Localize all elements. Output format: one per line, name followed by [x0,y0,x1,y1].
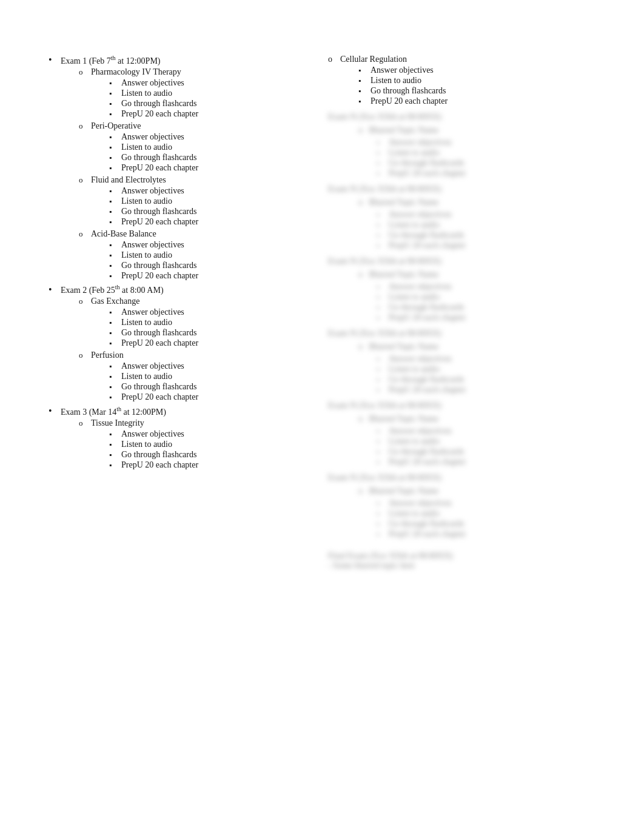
topic-item-2-0: Tissue IntegrityAnswer objectivesListen … [79,418,310,470]
right-blurred-task-2-3: PrepU 20 each chapter [377,241,595,250]
exam-item-1: Exam 2 (Feb 25th at 8:00 AM)Gas Exchange… [49,284,310,403]
right-blurred-task-6-0: Answer objectives [377,498,595,508]
right-blurred-exam-1: Exam N (Xxx XXth at 00:00XX) [328,112,595,122]
task-label-0-2-2: Go through flashcards [121,207,196,216]
task-item-1-0-3: PrepU 20 each chapter [109,338,310,348]
task-label-0-1-3: PrepU 20 each chapter [121,163,198,172]
task-label-0-3-1: Listen to audio [121,250,172,260]
task-label-1-0-2: Go through flashcards [121,328,196,337]
right-blurred-task-label-6-2: Go through flashcards [389,519,464,528]
right-blurred-task-3-1: Listen to audio [377,292,595,302]
task-label-0-3-2: Go through flashcards [121,261,196,270]
right-blurred-task-label-4-2: Go through flashcards [389,375,464,384]
topic-item-0-0: Pharmacology IV TherapyAnswer objectives… [79,67,310,119]
task-item-2-0-2: Go through flashcards [109,450,310,460]
right-section-0: Cellular RegulationAnswer objectivesList… [328,55,595,106]
task-label-1-1-2: Go through flashcards [121,382,196,391]
right-task-label-0-3: PrepU 20 each chapter [371,96,448,106]
right-blurred-task-5-3: PrepU 20 each chapter [377,457,595,467]
right-section-1: Exam N (Xxx XXth at 00:00XX)o Blurred To… [328,112,595,178]
topic-label-0-1: Peri-Operative [91,121,141,130]
exam-label-0: Exam 1 (Feb 7th at 12:00PM) [61,56,161,65]
right-blurred-task-3-0: Answer objectives [377,282,595,292]
right-blurred-task-label-3-0: Answer objectives [389,282,452,291]
right-blurred-task-6-1: Listen to audio [377,509,595,518]
right-blurred-task-5-1: Listen to audio [377,437,595,446]
right-blurred-task-label-5-3: PrepU 20 each chapter [389,457,466,466]
right-blurred-task-label-4-0: Answer objectives [389,354,452,363]
right-blurred-task-label-4-3: PrepU 20 each chapter [389,385,466,394]
task-item-1-1-0: Answer objectives [109,361,310,371]
task-item-2-0-3: PrepU 20 each chapter [109,460,310,470]
right-blurred-topic-1: o Blurred Topic Name [346,126,595,135]
topic-label-1-1: Perfusion [91,350,124,360]
task-label-2-0-1: Listen to audio [121,440,172,449]
right-blurred-task-label-3-2: Go through flashcards [389,303,464,312]
right-blurred-task-6-3: PrepU 20 each chapter [377,529,595,539]
right-section-3: Exam N (Xxx XXth at 00:00XX)o Blurred To… [328,257,595,323]
right-blurred-task-label-3-3: PrepU 20 each chapter [389,313,466,322]
task-item-0-3-3: PrepU 20 each chapter [109,271,310,281]
right-task-0-1: Listen to audio [358,76,595,86]
task-label-0-3-0: Answer objectives [121,240,184,249]
task-label-0-0-2: Go through flashcards [121,99,196,108]
left-column: Exam 1 (Feb 7th at 12:00PM)Pharmacology … [49,55,322,571]
task-label-0-2-3: PrepU 20 each chapter [121,217,198,226]
topic-label-1-0: Gas Exchange [91,297,139,306]
right-blurred-topic-6: o Blurred Topic Name [346,486,595,496]
right-blurred-topic-5: o Blurred Topic Name [346,414,595,424]
task-label-0-0-3: PrepU 20 each chapter [121,109,198,118]
task-label-1-0-0: Answer objectives [121,307,184,317]
task-label-1-1-3: PrepU 20 each chapter [121,392,198,401]
task-item-0-3-1: Listen to audio [109,250,310,260]
task-item-0-1-2: Go through flashcards [109,153,310,163]
exam-label-1: Exam 2 (Feb 25th at 8:00 AM) [61,286,164,295]
right-blurred-task-label-3-1: Listen to audio [389,292,440,301]
right-blurred-topic-3: o Blurred Topic Name [346,270,595,280]
right-section-6: Exam N (Xxx XXth at 00:00XX)o Blurred To… [328,473,595,539]
task-label-0-1-2: Go through flashcards [121,153,196,162]
right-blurred-task-label-2-1: Listen to audio [389,220,440,229]
right-blurred-task-6-2: Go through flashcards [377,519,595,529]
topic-item-1-0: Gas ExchangeAnswer objectivesListen to a… [79,297,310,348]
right-blurred-task-label-1-2: Go through flashcards [389,158,464,167]
task-item-1-0-0: Answer objectives [109,307,310,317]
right-blurred-exam-4: Exam N (Xxx XXth at 00:00XX) [328,329,595,338]
right-blurred-task-1-2: Go through flashcards [377,158,595,168]
task-label-1-0-3: PrepU 20 each chapter [121,338,198,347]
task-item-0-3-2: Go through flashcards [109,261,310,270]
task-label-0-3-3: PrepU 20 each chapter [121,271,198,280]
right-section-4: Exam N (Xxx XXth at 00:00XX)o Blurred To… [328,329,595,395]
right-blurred-task-label-1-0: Answer objectives [389,138,452,147]
task-item-1-1-2: Go through flashcards [109,382,310,392]
right-blurred-topic-2: o Blurred Topic Name [346,198,595,207]
right-blurred-task-3-3: PrepU 20 each chapter [377,313,595,323]
task-item-1-0-2: Go through flashcards [109,328,310,338]
task-item-0-1-0: Answer objectives [109,132,310,142]
task-label-0-0-1: Listen to audio [121,89,172,98]
right-task-0-2: Go through flashcards [358,86,595,96]
task-label-0-2-0: Answer objectives [121,186,184,195]
topic-item-1-1: PerfusionAnswer objectivesListen to audi… [79,350,310,402]
right-blurred-task-label-4-1: Listen to audio [389,364,440,374]
task-label-2-0-3: PrepU 20 each chapter [121,460,198,469]
right-blurred-task-1-0: Answer objectives [377,138,595,147]
topic-item-0-1: Peri-OperativeAnswer objectivesListen to… [79,121,310,173]
right-blurred-task-label-6-1: Listen to audio [389,509,440,518]
task-item-0-2-2: Go through flashcards [109,207,310,216]
right-section-5: Exam N (Xxx XXth at 00:00XX)o Blurred To… [328,401,595,467]
task-item-0-0-2: Go through flashcards [109,99,310,109]
right-blurred-task-2-1: Listen to audio [377,220,595,230]
bottom-blurred-content: Final Exam (Xxx XXth at 00:00XX)- Some b… [328,551,595,571]
exam-item-2: Exam 3 (Mar 14th at 12:00PM)Tissue Integ… [49,406,310,470]
exam-item-0: Exam 1 (Feb 7th at 12:00PM)Pharmacology … [49,55,310,281]
task-item-0-1-1: Listen to audio [109,143,310,152]
right-task-label-0-1: Listen to audio [371,76,421,85]
right-blurred-task-2-2: Go through flashcards [377,230,595,240]
right-blurred-task-label-1-1: Listen to audio [389,148,440,157]
right-task-label-0-2: Go through flashcards [371,86,446,95]
right-blurred-task-4-3: PrepU 20 each chapter [377,385,595,395]
task-item-1-0-1: Listen to audio [109,318,310,327]
topic-label-0-0: Pharmacology IV Therapy [91,67,181,76]
task-item-0-2-1: Listen to audio [109,196,310,206]
